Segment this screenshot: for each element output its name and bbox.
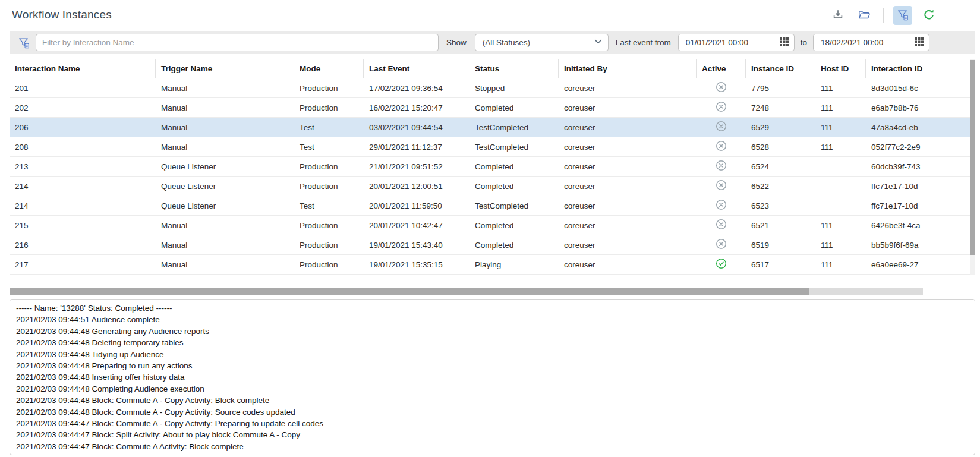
filter-icon — [896, 8, 909, 23]
active-cell — [697, 98, 746, 117]
table-row[interactable]: 217ManualProduction19/01/2021 15:35:15Pl… — [10, 255, 970, 275]
interaction-name-cell: 214 — [10, 177, 156, 196]
interaction-id-cell: e6ab7b8b-76 — [866, 98, 970, 117]
active-cell — [697, 118, 746, 137]
trigger-name-cell: Manual — [156, 137, 294, 156]
last-event-cell: 20/01/2021 12:00:51 — [364, 177, 469, 196]
interaction-id-cell: ffc71e17-10d — [866, 196, 970, 215]
vertical-scrollbar-thumb[interactable] — [970, 60, 975, 255]
filter-toggle-button[interactable] — [893, 6, 912, 25]
table-row[interactable]: 216ManualProduction19/01/2021 15:43:40Co… — [10, 235, 970, 255]
column-header-interaction-id[interactable]: Interaction ID — [866, 59, 970, 78]
status-cell: TestCompleted — [469, 118, 559, 137]
status-filter-select[interactable]: (All Statuses) — [475, 34, 609, 51]
date-from-calendar-button[interactable] — [780, 37, 789, 48]
filter-icon — [17, 36, 30, 49]
last-event-cell: 20/01/2021 11:59:50 — [364, 196, 469, 215]
log-line: ------ Name: '13288' Status: Completed -… — [16, 302, 969, 314]
horizontal-scrollbar-thumb[interactable] — [10, 288, 809, 295]
log-line: 2021/02/03 09:44:48 Completing Audience … — [16, 383, 969, 395]
active-cell — [697, 255, 746, 274]
x-circle-icon — [716, 199, 727, 212]
mode-cell: Production — [294, 235, 364, 254]
table-row[interactable]: 202ManualProduction16/02/2021 15:20:47Co… — [10, 98, 970, 118]
date-to-calendar-button[interactable] — [915, 37, 924, 48]
table-row[interactable]: 201ManualProduction17/02/2021 09:36:54St… — [10, 78, 970, 98]
last-event-cell: 20/01/2021 10:42:47 — [364, 216, 469, 235]
instance-id-cell: 6524 — [746, 157, 815, 176]
trigger-name-cell: Manual — [156, 255, 294, 274]
column-header-initiated-by[interactable]: Initiated By — [559, 59, 697, 78]
horizontal-scrollbar[interactable] — [10, 288, 923, 295]
initiated-by-cell: coreuser — [559, 137, 697, 156]
status-cell: Stopped — [469, 78, 559, 97]
status-cell: Completed — [469, 235, 559, 254]
refresh-button[interactable] — [919, 6, 938, 25]
initiated-by-cell: coreuser — [559, 255, 697, 274]
vertical-scrollbar[interactable] — [970, 59, 975, 275]
date-from-field — [678, 34, 795, 51]
interaction-name-cell: 213 — [10, 157, 156, 176]
refresh-icon — [922, 8, 935, 23]
log-line: 2021/02/03 09:44:48 Deleting temporary t… — [16, 337, 969, 348]
chevron-down-icon — [593, 36, 603, 49]
mode-cell: Production — [294, 255, 364, 274]
table-row[interactable]: 215ManualProduction20/01/2021 10:42:47Co… — [10, 216, 970, 235]
active-cell — [697, 196, 746, 215]
status-cell: Completed — [469, 157, 559, 176]
instance-id-cell: 6519 — [746, 235, 815, 254]
trigger-name-cell: Manual — [156, 98, 294, 117]
date-to-input[interactable] — [815, 38, 904, 47]
column-header-host-id[interactable]: Host ID — [815, 59, 866, 78]
last-event-cell: 19/01/2021 15:35:15 — [364, 255, 469, 274]
column-header-interaction-name[interactable]: Interaction Name — [10, 59, 156, 78]
table-row[interactable]: 214Queue ListenerTest20/01/2021 11:59:50… — [10, 196, 970, 216]
header-toolbar — [828, 6, 938, 25]
last-event-cell: 19/01/2021 15:43:40 — [364, 235, 469, 254]
check-circle-icon — [716, 258, 727, 271]
column-header-instance-id[interactable]: Instance ID — [746, 59, 815, 78]
table-row[interactable]: 214Queue ListenerProduction20/01/2021 12… — [10, 177, 970, 196]
table-row[interactable]: 208ManualTest29/01/2021 11:12:37TestComp… — [10, 137, 970, 157]
initiated-by-cell: coreuser — [559, 177, 697, 196]
trigger-name-cell: Manual — [156, 235, 294, 254]
calendar-grid-icon — [780, 37, 789, 48]
log-panel[interactable]: ------ Name: '13288' Status: Completed -… — [10, 299, 975, 455]
page-header: Workflow Instances — [0, 0, 980, 31]
interaction-name-cell: 201 — [10, 78, 156, 97]
column-header-active[interactable]: Active — [697, 59, 746, 78]
column-header-mode[interactable]: Mode — [294, 59, 364, 78]
instance-id-cell: 6528 — [746, 137, 815, 156]
interaction-id-cell: 052f77c2-2e9 — [866, 137, 970, 156]
table-row[interactable]: 206ManualTest03/02/2021 09:44:54TestComp… — [10, 118, 970, 137]
log-line: 2021/02/03 09:44:48 Generating any Audie… — [16, 326, 969, 337]
interaction-name-filter-input[interactable] — [36, 34, 439, 51]
column-header-trigger-name[interactable]: Trigger Name — [156, 59, 294, 78]
date-from-input[interactable] — [680, 38, 769, 47]
log-line: 2021/02/03 09:44:48 Inserting offer hist… — [16, 371, 969, 383]
active-cell — [697, 157, 746, 176]
x-circle-icon — [716, 81, 727, 94]
open-folder-button[interactable] — [855, 6, 874, 25]
interaction-id-cell: 60dcb39f-743 — [866, 157, 970, 176]
table-row[interactable]: 213Queue ListenerProduction21/01/2021 09… — [10, 157, 970, 177]
interaction-name-cell: 202 — [10, 98, 156, 117]
interaction-id-cell: 47a8a4cd-eb — [866, 118, 970, 137]
initiated-by-cell: coreuser — [559, 196, 697, 215]
initiated-by-cell: coreuser — [559, 118, 697, 137]
interaction-id-cell: 8d3d015d-6c — [866, 78, 970, 97]
to-label: to — [801, 38, 807, 47]
log-line: 2021/02/03 09:44:48 Tidying up Audience — [16, 349, 969, 360]
status-cell: Completed — [469, 98, 559, 117]
trigger-name-cell: Manual — [156, 118, 294, 137]
interaction-id-cell: 6426be3f-4ca — [866, 216, 970, 235]
column-header-last-event[interactable]: Last Event — [364, 59, 469, 78]
column-header-status[interactable]: Status — [469, 59, 559, 78]
host-id-cell: 111 — [815, 98, 866, 117]
mode-cell: Test — [294, 118, 364, 137]
calendar-grid-icon — [915, 37, 924, 48]
mode-cell: Production — [294, 157, 364, 176]
download-button[interactable] — [828, 6, 847, 25]
x-circle-icon — [716, 219, 727, 232]
trigger-name-cell: Queue Listener — [156, 157, 294, 176]
